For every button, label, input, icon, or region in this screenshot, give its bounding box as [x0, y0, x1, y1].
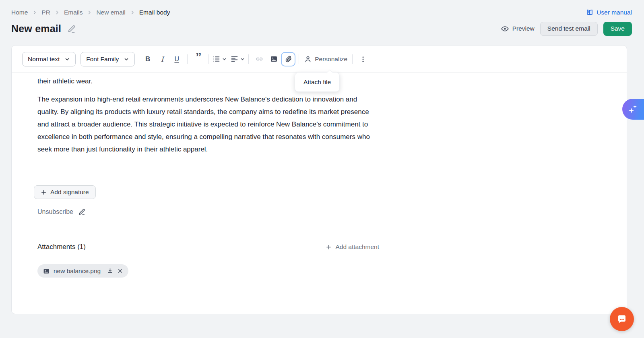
chevron-right-icon	[87, 10, 92, 15]
chevron-down-icon	[222, 56, 227, 62]
paragraph-style-value: Normal text	[28, 56, 60, 63]
image-icon	[270, 55, 278, 63]
header-actions: Preview Send test email Save	[501, 22, 632, 36]
add-signature-button[interactable]: Add signature	[34, 185, 96, 199]
chevron-down-icon	[124, 56, 129, 62]
toolbar-separator	[352, 54, 353, 64]
plus-icon	[41, 189, 47, 195]
chat-widget-button[interactable]	[610, 307, 634, 331]
attachments-header: Attachments (1) Add attachment	[37, 243, 379, 251]
toolbar-separator	[187, 54, 188, 64]
link-icon	[255, 55, 264, 63]
blockquote-button[interactable]: ”	[191, 52, 205, 66]
chevron-right-icon	[32, 10, 37, 15]
ai-assistant-button[interactable]	[622, 99, 644, 120]
breadcrumb: Home PR Emails New email Email body	[11, 9, 170, 16]
breadcrumb-emails[interactable]: Emails	[64, 9, 83, 16]
insert-image-button[interactable]	[266, 52, 281, 66]
insert-link-button[interactable]	[252, 52, 266, 66]
edit-title-icon[interactable]	[67, 24, 76, 33]
plus-icon	[326, 244, 332, 250]
download-attachment-icon[interactable]	[107, 267, 114, 274]
remove-attachment-icon[interactable]	[117, 268, 123, 274]
email-editor-card: Normal text Font Family B I U ”	[11, 45, 627, 314]
add-signature-label: Add signature	[50, 189, 89, 196]
list-style-button[interactable]	[212, 52, 227, 66]
unsubscribe-label: Unsubscribe	[37, 208, 73, 216]
breadcrumb-new-email[interactable]: New email	[96, 9, 125, 16]
align-left-icon	[230, 55, 239, 63]
book-icon	[586, 8, 594, 17]
unsubscribe-block: Unsubscribe	[37, 208, 86, 216]
save-button[interactable]: Save	[603, 22, 632, 36]
quote-icon: ”	[196, 55, 201, 64]
breadcrumb-email-body: Email body	[139, 9, 170, 16]
chevron-down-icon	[64, 56, 70, 62]
page-title: New email	[11, 23, 61, 35]
chevron-right-icon	[55, 10, 60, 15]
add-attachment-label: Add attachment	[335, 243, 379, 251]
editor-surface[interactable]: their athletic wear. The expansion into …	[12, 73, 399, 314]
toolbar-separator	[208, 54, 209, 64]
send-test-email-button[interactable]: Send test email	[540, 22, 598, 36]
paragraph-style-select[interactable]: Normal text	[22, 52, 76, 66]
kebab-menu-icon	[359, 56, 367, 63]
underline-label: U	[174, 56, 179, 63]
editor-side-panel	[399, 73, 627, 314]
image-file-icon	[43, 267, 50, 275]
attach-file-tooltip: Attach file	[295, 73, 340, 92]
text-align-button[interactable]	[230, 52, 245, 66]
underline-button[interactable]: U	[169, 52, 184, 66]
sparkles-icon	[626, 102, 640, 116]
bold-label: B	[145, 55, 150, 63]
personalize-button[interactable]: Personalize	[302, 55, 349, 63]
topbar: Home PR Emails New email Email body User…	[11, 7, 632, 18]
breadcrumb-pr[interactable]: PR	[41, 9, 50, 16]
preview-label: Preview	[512, 25, 535, 32]
toolbar-separator	[248, 54, 249, 64]
editor-body: their athletic wear. The expansion into …	[12, 73, 627, 314]
chevron-right-icon	[130, 10, 135, 15]
more-options-button[interactable]	[356, 52, 370, 66]
add-attachment-button[interactable]: Add attachment	[326, 243, 379, 251]
attachment-item: new balance.png	[37, 264, 128, 278]
edit-unsubscribe-icon[interactable]	[78, 208, 86, 216]
person-icon	[304, 55, 312, 63]
user-manual-link[interactable]: User manual	[586, 8, 632, 17]
preview-button[interactable]: Preview	[501, 25, 535, 33]
email-body-paragraph: The expansion into high-end retail envir…	[37, 93, 379, 156]
editor-toolbar: Normal text Font Family B I U ”	[12, 46, 627, 73]
attach-file-button[interactable]	[281, 52, 295, 66]
bold-button[interactable]: B	[140, 52, 155, 66]
font-family-value: Font Family	[86, 56, 119, 63]
font-family-select[interactable]: Font Family	[80, 52, 135, 66]
chat-bubble-icon	[616, 313, 628, 325]
italic-button[interactable]: I	[155, 52, 169, 66]
personalize-label: Personalize	[315, 56, 347, 63]
italic-label: I	[161, 55, 164, 63]
eye-icon	[501, 25, 509, 33]
chevron-down-icon	[240, 56, 245, 62]
breadcrumb-home[interactable]: Home	[11, 9, 28, 16]
header-row: New email Preview Send test email Save	[11, 21, 632, 36]
toolbar-separator	[299, 54, 299, 64]
bullet-list-icon	[212, 55, 221, 63]
paperclip-icon	[284, 55, 293, 63]
attach-file-tooltip-label: Attach file	[303, 79, 331, 85]
attachments-title: Attachments (1)	[37, 243, 86, 251]
attachment-file-name: new balance.png	[54, 267, 101, 275]
user-manual-label: User manual	[597, 9, 632, 16]
